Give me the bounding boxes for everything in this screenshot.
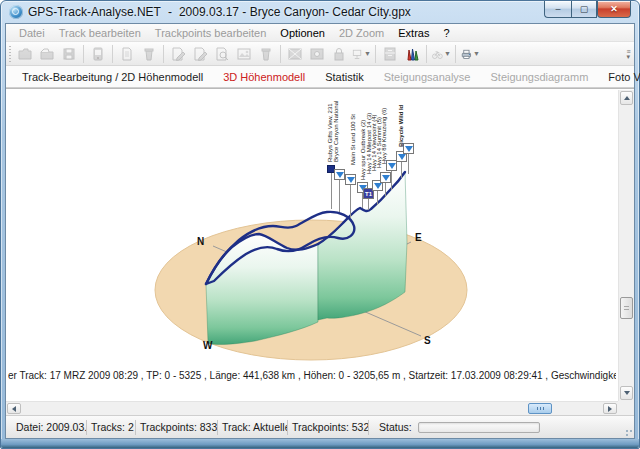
marker-post [385,183,386,197]
menu-item--[interactable]: ? [436,26,456,40]
vertical-scroll-thumb[interactable] [620,297,633,319]
app-name: GPS-Track-Analyse.NET [28,5,161,19]
tab-statistik[interactable]: Statistik [315,69,374,85]
toolbar-overflow-button[interactable]: ≡▾ [623,43,634,65]
menu-item-optionen[interactable]: Optionen [273,26,332,40]
device-icon [90,46,106,62]
scene-overlay: T1Rubys Gifts View, 231Bryce Canyon Nati… [6,89,608,405]
toolbar-separator [163,45,164,63]
print-button[interactable]: ▼ [459,43,481,64]
photo-icon [398,154,406,160]
archive-button [379,43,401,64]
open-folder-button [36,43,58,64]
marker-post [408,154,409,174]
track-info-line: er Track: 17 MRZ 2009 08:29 , TP: 0 - 53… [8,370,616,381]
folder2-icon [39,46,55,62]
trash-icon [258,46,274,62]
status-label: Status: [369,421,418,433]
photo-icon [374,183,382,189]
pencils-icon [404,46,420,62]
menu-item-2d-zoom: 2D Zoom [332,26,391,40]
toolbar-separator [375,45,376,63]
cabinet-icon [382,46,398,62]
copy-page-button [116,43,138,64]
waypoint-label: Hwy 89 Kreuzung (6) [381,108,388,164]
frame-icon [287,46,303,62]
window-bottom-border [1,439,639,448]
toolbar-separator [280,45,281,63]
photo-waypoint-marker[interactable] [380,172,391,183]
app-window: GPS-Track-Analyse.NET-2009.03.17 - Bryce… [0,0,640,449]
client-area: DateiTrack bearbeitenTrackpoints bearbei… [5,23,635,439]
color-settings-button[interactable] [401,43,423,64]
marker-post [368,199,369,210]
scroll-down-button[interactable] [620,386,633,400]
trash-icon [141,46,157,62]
scroll-left-button[interactable] [7,403,21,414]
scroll-right-button[interactable] [603,403,617,414]
bike-icon [431,46,443,62]
tab-foto-viewer[interactable]: Foto Viewer [598,69,640,85]
statusbar-field: Track: Aktueller Trac [218,421,287,433]
photo-waypoint-marker[interactable] [334,169,345,180]
menu-item-datei: Datei [12,26,52,40]
view-tab-bar: Track-Bearbeitung / 2D Höhenmodell3D Höh… [6,66,634,88]
marker-post [391,171,392,190]
menu-bar: DateiTrack bearbeitenTrackpoints bearbei… [6,24,634,42]
photo-icon [382,175,390,181]
dropdown-arrow-icon[interactable]: ▼ [444,50,451,57]
window-title: GPS-Track-Analyse.NET-2009.03.17 - Bryce… [28,5,411,19]
toolbar-grip[interactable] [9,46,11,62]
toolbar-separator [83,45,84,63]
printer-icon [460,46,472,62]
tab-steigungsdiagramm: Steigungsdiagramm [480,69,598,85]
marker-post [339,180,340,212]
3d-view-panel: N E W S T1Rubys Gifts View, 231Bryce Can… [6,88,634,415]
close-button[interactable]: ✕ [597,1,631,18]
statusbar-field: Tracks: 2 [87,421,135,433]
menu-item-trackpoints-bearbeiten: Trackpoints bearbeiten [148,26,274,40]
film-button [306,43,328,64]
horizontal-scroll-thumb[interactable] [528,403,552,414]
menu-item-extras[interactable]: Extras [391,26,436,40]
scrollbar-corner [618,401,634,415]
presentation-button: ▼ [350,43,372,64]
open-track-button [14,43,36,64]
tab-track-bearbeitung-2d-höhenmodell[interactable]: Track-Bearbeitung / 2D Höhenmodell [12,69,213,85]
film-icon [309,46,325,62]
pagesearch-icon [214,46,230,62]
window-controls: ‒ ▢ ✕ [544,1,631,18]
screen-icon [351,46,363,62]
delete-track-button [138,43,160,64]
title-separator: - [168,5,172,19]
dropdown-arrow-icon[interactable]: ▼ [473,50,480,57]
scroll-up-button[interactable] [620,91,633,105]
page-icon [119,46,135,62]
split-frame-button [284,43,306,64]
horizontal-scrollbar[interactable] [6,401,618,415]
marker-post [377,191,378,205]
tab-3d-höhenmodell[interactable]: 3D Höhenmodell [213,69,315,85]
pageedit-icon [170,46,186,62]
dropdown-arrow-icon[interactable]: ▼ [364,50,371,57]
window-resize-grip[interactable] [622,426,632,436]
statusbar-field: Trackpoints: 5326 [288,421,368,433]
tour-button: ▼ [430,43,452,64]
app-icon [9,5,23,19]
status-progress-bar [418,422,540,433]
minimize-button[interactable]: ‒ [544,1,571,18]
photo-waypoint-marker[interactable] [345,174,356,185]
save-button [58,43,80,64]
preview-button [211,43,233,64]
photo-button [233,43,255,64]
title-bar[interactable]: GPS-Track-Analyse.NET-2009.03.17 - Bryce… [1,1,639,23]
waypoint-label: Main St und 100 St [350,114,357,165]
document-name: 2009.03.17 - Bryce Canyon- Cedar City.gp… [179,5,411,19]
toolbar-separator [426,45,427,63]
vertical-scrollbar[interactable] [618,90,634,401]
gps-device-button [87,43,109,64]
waypoint-label: Bryce Canyon National [333,101,340,162]
maximize-button[interactable]: ▢ [571,1,597,18]
menu-item-track-bearbeiten: Track bearbeiten [52,26,148,40]
marker-post [331,173,332,209]
